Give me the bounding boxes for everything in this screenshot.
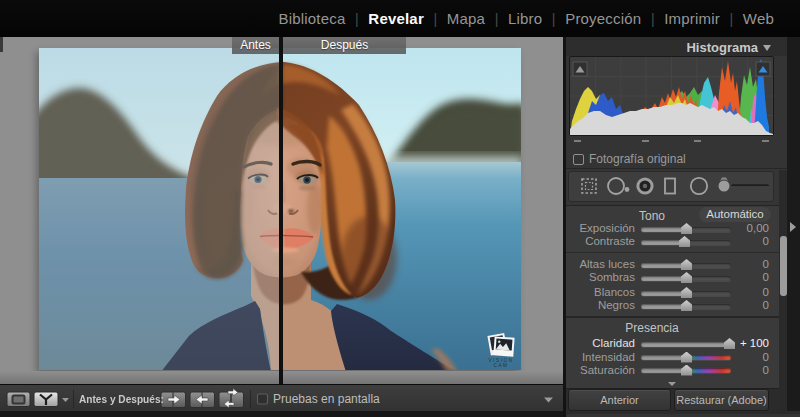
svg-text:VISION: VISION [488,358,513,363]
svg-text:CAM: CAM [493,363,508,368]
